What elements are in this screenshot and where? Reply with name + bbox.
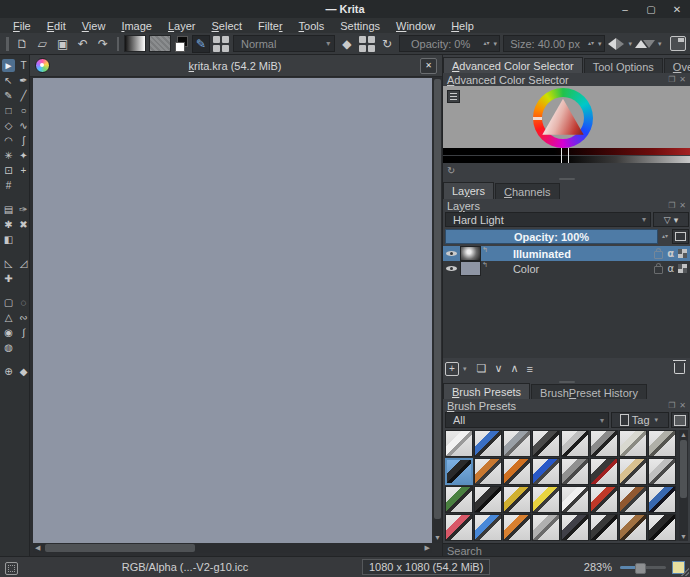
spinner-arrows-icon[interactable]: ▴▾ xyxy=(482,41,492,46)
brush-preset-tile-18[interactable] xyxy=(474,486,502,513)
brush-preset-tile-12[interactable] xyxy=(532,458,560,485)
brush-preset-tile-27[interactable] xyxy=(503,514,531,541)
layer-row-illuminated[interactable]: ↰Illuminatedα xyxy=(443,246,690,261)
inherit-alpha-icon[interactable] xyxy=(678,249,687,258)
reload-preset-button[interactable]: ↻ xyxy=(379,35,396,53)
tool-crop-icon[interactable]: # xyxy=(2,179,15,192)
brush-preset-tile-14[interactable] xyxy=(590,458,618,485)
alpha-lock-icon[interactable]: α xyxy=(667,264,674,274)
open-document-icon[interactable]: ▱ xyxy=(34,35,51,53)
tool-rectangle-icon[interactable]: □ xyxy=(2,104,15,117)
menu-help[interactable]: Help xyxy=(444,20,481,32)
menu-edit[interactable]: Edit xyxy=(40,20,73,32)
spinner-arrows-icon[interactable]: ▴▾ xyxy=(660,229,670,244)
layer-visibility-icon[interactable] xyxy=(446,248,457,259)
brush-preset-tile-20[interactable] xyxy=(532,486,560,513)
scroll-up-arrow-icon[interactable]: ▲ xyxy=(679,431,688,438)
minimize-button[interactable]: – xyxy=(618,4,632,15)
move-layer-up-button[interactable]: ∧ xyxy=(510,362,518,375)
tool-line-icon[interactable]: ╱ xyxy=(17,89,30,102)
brush-preset-tile-23[interactable] xyxy=(619,486,647,513)
tool-similar-color-select-icon[interactable]: ◉ xyxy=(2,326,15,339)
tool-bezier-curve-icon[interactable]: ◠ xyxy=(2,134,15,147)
horizontal-scrollbar-thumb[interactable] xyxy=(45,544,195,552)
tool-ellipse-icon[interactable]: ○ xyxy=(17,104,30,117)
canvas[interactable] xyxy=(33,78,432,543)
menu-window[interactable]: Window xyxy=(389,20,442,32)
tool-smart-patch-icon[interactable]: ✖ xyxy=(17,218,30,231)
document-close-button[interactable]: ✕ xyxy=(420,58,437,74)
tool-reference-images-icon[interactable]: ✚ xyxy=(2,272,15,285)
brush-preset-tile-11[interactable] xyxy=(503,458,531,485)
tool-dynamic-brush-icon[interactable]: ✳ xyxy=(2,149,15,162)
layer-thumbnail[interactable] xyxy=(460,246,481,261)
scroll-right-arrow-icon[interactable]: ▶ xyxy=(425,544,430,552)
tab-advanced-color-selector[interactable]: Advanced Color Selector xyxy=(443,57,583,74)
tag-button[interactable]: Tag ▾ xyxy=(611,412,669,428)
brush-size-slider[interactable]: Size: 40.00 px ▴▾ ▾ xyxy=(503,35,604,52)
tab-brush-presets[interactable]: Brush Presets xyxy=(443,383,530,400)
tool-multibrush-icon[interactable]: ✦ xyxy=(17,149,30,162)
inherit-alpha-icon[interactable] xyxy=(678,264,687,273)
tool-edit-shapes-icon[interactable]: ↖ xyxy=(2,74,15,87)
brush-preset-tile-21[interactable] xyxy=(561,486,589,513)
brush-preset-tile-6[interactable] xyxy=(590,430,618,457)
tool-color-sampler-icon[interactable]: ✑ xyxy=(17,203,30,216)
spinner-arrows-icon[interactable]: ▴▾ xyxy=(586,41,596,46)
close-button[interactable]: ✕ xyxy=(670,4,684,15)
scroll-down-arrow-icon[interactable]: ▼ xyxy=(679,533,688,540)
layer-row-color[interactable]: ↰Colorα xyxy=(443,261,690,276)
save-icon[interactable]: ▣ xyxy=(54,35,71,53)
tool-measure-icon[interactable]: ◿ xyxy=(17,257,30,270)
selector-settings-icon[interactable] xyxy=(447,90,460,103)
layer-properties-button[interactable]: ≡ xyxy=(527,363,533,375)
opacity-slider[interactable]: Opacity: 0% ▴▾ ▾ xyxy=(399,35,500,52)
tool-transform-icon[interactable]: ⊡ xyxy=(2,164,15,177)
layer-properties-icon[interactable] xyxy=(672,229,689,244)
zoom-slider-handle[interactable] xyxy=(635,563,646,574)
brush-preset-tile-7[interactable] xyxy=(619,430,647,457)
brush-preset-tile-5[interactable] xyxy=(561,430,589,457)
display-mode-button[interactable] xyxy=(671,412,689,428)
tab-overview[interactable]: Overview xyxy=(664,58,690,74)
menu-image[interactable]: Image xyxy=(114,20,159,32)
tool-polygon-icon[interactable]: ◇ xyxy=(2,119,15,132)
undo-icon[interactable]: ↶ xyxy=(74,35,91,53)
zoom-slider[interactable] xyxy=(620,566,666,569)
chevron-down-icon[interactable]: ▾ xyxy=(656,40,664,48)
brush-preset-tile-1[interactable] xyxy=(445,430,473,457)
layer-thumbnail[interactable] xyxy=(460,261,481,276)
close-docker-icon[interactable]: ✕ xyxy=(679,201,686,210)
layer-lock-icon[interactable] xyxy=(654,266,663,274)
tool-polygonal-select-icon[interactable]: △ xyxy=(2,311,15,324)
horizontal-scrollbar[interactable]: ◀ ▶ xyxy=(33,543,432,553)
choose-brush-preset-button[interactable] xyxy=(213,35,230,53)
move-layer-down-button[interactable]: ∨ xyxy=(494,362,502,375)
tool-gradient-icon[interactable]: ▤ xyxy=(2,203,15,216)
tool-pan-icon[interactable]: ◆ xyxy=(17,365,30,378)
tab-channels[interactable]: Channels xyxy=(495,183,560,199)
menu-select[interactable]: Select xyxy=(205,20,250,32)
window-resize-grip[interactable] xyxy=(681,568,689,576)
brush-preset-tile-2[interactable] xyxy=(474,430,502,457)
tab-tool-options[interactable]: Tool Options xyxy=(584,58,663,74)
tool-magnetic-select-icon[interactable]: ◍ xyxy=(2,341,15,354)
tool-rect-select-icon[interactable]: ▢ xyxy=(2,296,15,309)
tool-freehand-brush-icon[interactable]: ✎ xyxy=(2,89,15,102)
brush-preset-tile-24[interactable] xyxy=(648,486,676,513)
close-docker-icon[interactable]: ✕ xyxy=(679,401,686,410)
chevron-down-icon[interactable]: ▾ xyxy=(627,40,635,48)
advanced-color-selector[interactable] xyxy=(443,86,690,148)
brush-preset-tile-16[interactable] xyxy=(648,458,676,485)
tool-fill-icon[interactable]: ◧ xyxy=(2,233,15,246)
tab-layers[interactable]: Layers xyxy=(443,182,494,199)
blending-mode-select[interactable]: Normal ▾ xyxy=(233,35,335,52)
scroll-left-arrow-icon[interactable]: ◀ xyxy=(35,544,40,552)
tool-text-icon[interactable]: T xyxy=(17,59,30,72)
brush-preset-tile-30[interactable] xyxy=(590,514,618,541)
brush-preset-tile-13[interactable] xyxy=(561,458,589,485)
pattern-chooser[interactable] xyxy=(149,35,171,52)
vertical-scrollbar[interactable]: ▼ xyxy=(433,78,442,543)
chevron-down-icon[interactable]: ▾ xyxy=(492,40,500,48)
menu-settings[interactable]: Settings xyxy=(333,20,387,32)
